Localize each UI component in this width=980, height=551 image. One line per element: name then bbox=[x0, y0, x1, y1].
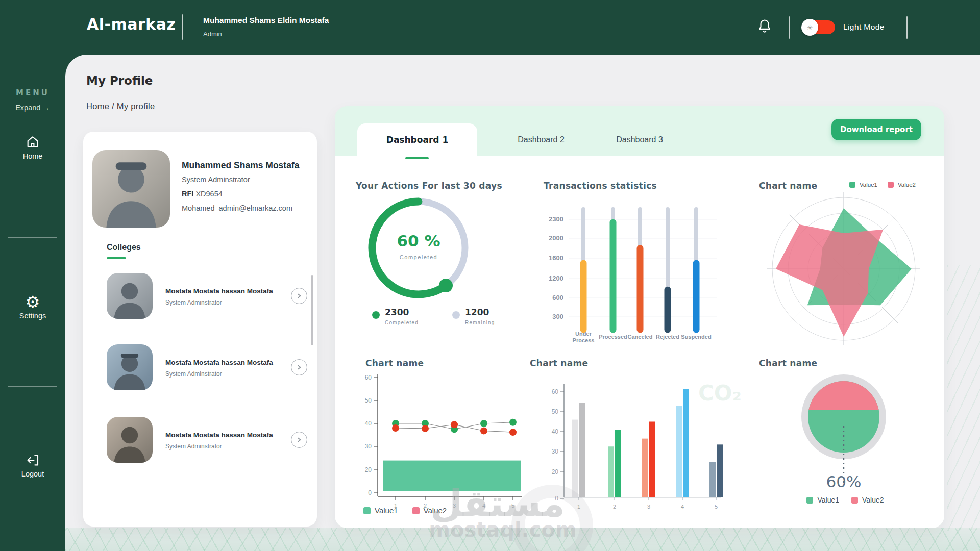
legend-label: Value2 bbox=[862, 496, 884, 504]
colleges-title: Colleges bbox=[107, 243, 141, 252]
legend-swatch bbox=[412, 507, 420, 514]
notifications-button[interactable] bbox=[757, 18, 773, 36]
transactions-chart: 3006001200160020002300UnderProcessProces… bbox=[539, 198, 723, 351]
toggle-knob: ☀ bbox=[801, 19, 818, 36]
sidebar-divider bbox=[8, 237, 57, 238]
sidebar-item-logout[interactable]: Logout bbox=[0, 453, 65, 478]
colleague-name: Mostafa Mostafa hassan Mostafa bbox=[165, 431, 273, 439]
sidebar-item-label: Settings bbox=[0, 312, 65, 320]
svg-text:2000: 2000 bbox=[549, 234, 564, 242]
radar-chart bbox=[767, 192, 920, 345]
colleges-underline bbox=[107, 257, 126, 259]
sidebar-expand-label: Expand bbox=[15, 104, 40, 112]
svg-text:40: 40 bbox=[365, 420, 372, 427]
colleague-role: System Adminstrator bbox=[165, 443, 222, 450]
legend-item: Value1 bbox=[363, 506, 398, 515]
svg-text:60: 60 bbox=[552, 388, 559, 395]
colleague-row[interactable]: Mostafa Mostafa hassan Mostafa System Ad… bbox=[83, 273, 317, 319]
legend-label: Compeleted bbox=[385, 320, 419, 325]
svg-text:60: 60 bbox=[365, 374, 372, 381]
legend-item: Value2 bbox=[412, 506, 447, 515]
legend-label: Value2 bbox=[898, 182, 916, 188]
colleague-avatar bbox=[107, 344, 153, 390]
app-logo: Al-markaz bbox=[87, 15, 176, 33]
legend-swatch bbox=[849, 182, 855, 188]
chart-title-radar: Chart name bbox=[759, 181, 817, 191]
svg-text:1200: 1200 bbox=[549, 274, 564, 282]
svg-text:Canceled: Canceled bbox=[628, 334, 653, 340]
profile-card: Muhammed Shams Mostafa System Adminstrat… bbox=[83, 132, 317, 527]
list-scrollbar[interactable] bbox=[311, 275, 313, 345]
sidebar-item-settings[interactable]: ⚙ Settings bbox=[0, 293, 65, 320]
colleague-avatar bbox=[107, 273, 153, 319]
download-report-button[interactable]: Download report bbox=[831, 119, 921, 140]
tab-dashboard-1[interactable]: Dashboard 1 bbox=[357, 123, 477, 156]
sidebar-expand-button[interactable]: Expand → bbox=[0, 104, 65, 112]
legend-label: Value2 bbox=[424, 506, 447, 515]
colleague-row[interactable]: Mostafa Mostafa hassan Mostafa System Ad… bbox=[83, 344, 317, 390]
svg-text:30: 30 bbox=[365, 443, 372, 450]
svg-text:0: 0 bbox=[368, 489, 372, 496]
profile-rfi: RFI XD9654 bbox=[182, 190, 223, 198]
donut-legend: 2300 Compeleted 1200 Remaining bbox=[372, 307, 541, 336]
sidebar-item-home[interactable]: Home bbox=[0, 134, 65, 160]
chart-title-grouped: Chart name bbox=[530, 358, 588, 368]
chevron-right-icon[interactable] bbox=[291, 432, 307, 448]
svg-text:50: 50 bbox=[552, 408, 559, 415]
gear-icon: ⚙ bbox=[0, 293, 65, 311]
svg-text:30: 30 bbox=[552, 448, 559, 455]
colleague-name: Mostafa Mostafa hassan Mostafa bbox=[165, 359, 273, 366]
chart-title-line: Chart name bbox=[365, 358, 424, 368]
colleague-avatar bbox=[107, 417, 153, 463]
profile-photo bbox=[92, 150, 170, 228]
svg-text:4: 4 bbox=[482, 503, 485, 509]
list-divider bbox=[107, 330, 306, 330]
line-bar-chart: 0203040506012345 bbox=[355, 369, 524, 514]
legend-value: 2300 bbox=[385, 307, 409, 317]
active-tab-underline bbox=[405, 157, 429, 159]
legend-label: Remaining bbox=[465, 320, 495, 325]
tab-dashboard-3[interactable]: Dashboard 3 bbox=[599, 124, 680, 155]
legend-label: Value1 bbox=[375, 506, 398, 515]
donut-center-label: Compeleted bbox=[362, 254, 475, 260]
home-icon bbox=[0, 134, 65, 150]
pie-legend: Value1 Value2 bbox=[792, 496, 899, 504]
breadcrumb[interactable]: Home / My profile bbox=[86, 102, 155, 111]
svg-text:600: 600 bbox=[552, 294, 564, 302]
arrow-right-icon: → bbox=[42, 104, 50, 112]
svg-text:Process: Process bbox=[573, 337, 595, 343]
topbar: Al-markaz Muhammed Shams Eldin Mostafa A… bbox=[0, 0, 980, 55]
svg-text:5: 5 bbox=[511, 503, 514, 509]
legend-label: Value1 bbox=[817, 496, 839, 504]
chevron-right-icon[interactable] bbox=[291, 359, 307, 375]
line-chart-legend: Value1 Value2 bbox=[363, 506, 447, 515]
colleague-row[interactable]: Mostafa Mostafa hassan Mostafa System Ad… bbox=[83, 417, 317, 463]
chevron-right-icon[interactable] bbox=[291, 288, 307, 304]
colleague-name: Mostafa Mostafa hassan Mostafa bbox=[165, 287, 273, 295]
svg-text:50: 50 bbox=[365, 397, 372, 404]
topbar-separator bbox=[906, 16, 908, 39]
sidebar-divider bbox=[8, 386, 57, 387]
legend-swatch bbox=[851, 497, 858, 504]
colleague-role: System Adminstrator bbox=[165, 299, 222, 306]
page-title: My Profile bbox=[86, 74, 153, 87]
svg-text:2300: 2300 bbox=[549, 215, 564, 223]
svg-text:Suspended: Suspended bbox=[681, 334, 711, 340]
light-mode-toggle[interactable]: ☀ bbox=[802, 20, 835, 34]
topbar-user-name: Muhammed Shams Eldin Mostafa bbox=[203, 16, 329, 25]
donut-percent: 60 % bbox=[362, 232, 475, 250]
topbar-separator bbox=[182, 14, 183, 40]
tab-dashboard-2[interactable]: Dashboard 2 bbox=[500, 124, 582, 155]
app-window: Al-markaz Muhammed Shams Eldin Mostafa A… bbox=[0, 0, 980, 551]
profile-role: System Adminstrator bbox=[182, 176, 250, 184]
svg-text:300: 300 bbox=[552, 313, 564, 320]
legend-dot bbox=[452, 311, 460, 319]
radar-legend: Value1 Value2 bbox=[849, 182, 916, 188]
svg-text:20: 20 bbox=[365, 466, 372, 473]
rfi-value: XD9654 bbox=[195, 190, 222, 198]
sidebar: MENU Expand → Home ⚙ Settings bbox=[0, 55, 65, 551]
svg-text:3: 3 bbox=[453, 503, 456, 509]
svg-text:5: 5 bbox=[715, 504, 718, 510]
legend-swatch bbox=[888, 182, 894, 188]
svg-text:Under: Under bbox=[575, 331, 592, 337]
